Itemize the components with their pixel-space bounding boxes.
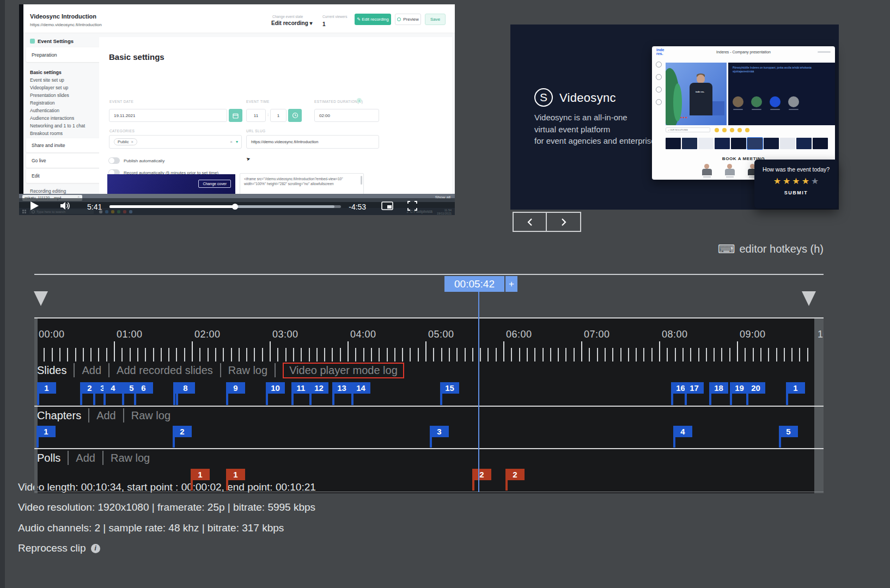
timeline-marker[interactable]: 15 — [440, 382, 459, 394]
add-marker-button[interactable]: + — [505, 276, 517, 292]
playhead-badge[interactable]: 00:05:42 + — [444, 276, 517, 292]
track-action-chapters[interactable]: Raw log — [131, 409, 170, 422]
pip-button[interactable] — [381, 201, 393, 212]
recording-video-player[interactable]: Videosync Introduction https://demo.vide… — [19, 4, 455, 215]
ruler-tick — [612, 348, 613, 362]
event-settings-section: Event Settings — [30, 38, 74, 44]
change-state-label: Change event state — [272, 15, 303, 19]
timeline-marker[interactable]: 1 — [191, 469, 210, 480]
timeline-marker[interactable]: 17 — [685, 382, 704, 394]
timeline-top-rule — [34, 274, 824, 275]
track-action-polls[interactable]: Raw log — [111, 452, 150, 464]
ruler-tick — [682, 348, 684, 362]
preview-button: Preview — [395, 14, 421, 25]
timeline-marker[interactable]: 10 — [266, 382, 285, 394]
ruler-tick — [168, 348, 169, 362]
ruler-tick — [729, 348, 730, 362]
track-header-chapters: Chapters AddRaw log — [37, 407, 170, 424]
volume-icon[interactable] — [60, 201, 71, 212]
ruler-tick — [379, 348, 380, 362]
kebab-menu-icon: ⋮ — [453, 15, 455, 17]
timeline-marker[interactable]: 14 — [351, 382, 370, 394]
track-action-slides[interactable]: Add — [82, 364, 101, 377]
ruler-tick — [309, 348, 310, 362]
next-slide-button[interactable] — [547, 212, 581, 232]
editor-hotkeys[interactable]: ⌨ editor hotkeys (h) — [718, 243, 824, 255]
url-slug-label: URL SLUG — [246, 129, 265, 133]
ruler-tick — [636, 348, 637, 362]
timeline-marker[interactable]: 1 — [226, 469, 245, 480]
track-action-slides[interactable]: Raw log — [228, 364, 267, 377]
ruler-tick — [130, 348, 131, 362]
timeline-marker[interactable]: 6 — [134, 382, 153, 394]
event-url: https://demo.videosync.fi/introduction — [30, 22, 102, 27]
seek-bar[interactable] — [109, 205, 341, 208]
emoji-icon — [745, 128, 749, 132]
event-cover-image: Change cover — [107, 174, 235, 195]
timeline-marker[interactable]: 2 — [173, 426, 192, 437]
timeline-marker[interactable]: 5 — [779, 426, 798, 437]
timeline-marker[interactable]: 1 — [786, 382, 805, 394]
ruler-tick — [223, 348, 224, 362]
play-button[interactable] — [30, 201, 39, 213]
timeline-marker[interactable]: 8 — [176, 382, 195, 394]
feedback-question: How was the event today? — [754, 166, 838, 173]
previous-slide-button[interactable] — [513, 212, 547, 232]
star-icon: ★ — [783, 177, 790, 186]
trim-end-handle[interactable] — [802, 291, 816, 306]
mini-date-text — [818, 51, 831, 53]
fullscreen-button[interactable] — [407, 201, 417, 213]
ruler-tick — [293, 348, 294, 362]
timeline-marker[interactable]: 1 — [36, 426, 56, 437]
track-action-polls[interactable]: Add — [76, 452, 95, 464]
reprocess-clip[interactable]: Reprocess clip i — [18, 542, 100, 554]
ruler-tick — [542, 348, 544, 362]
playhead-line[interactable] — [478, 292, 479, 492]
timeline-marker[interactable]: 1 — [37, 382, 56, 394]
event-date-field: 19.11.2021 — [109, 109, 227, 122]
progress-bar — [109, 205, 235, 208]
ruler-tick — [558, 348, 559, 362]
emoji-icon — [737, 128, 742, 132]
separator — [123, 408, 124, 422]
clock-icon — [288, 109, 302, 122]
ruler-label: 06:00 — [506, 329, 532, 340]
star-icon: ★ — [773, 177, 781, 186]
ruler-tick — [121, 348, 123, 362]
timeline-marker[interactable]: 4 — [673, 426, 692, 437]
timeline-marker[interactable]: 2 — [472, 469, 491, 480]
playhead-time[interactable]: 00:05:42 — [444, 276, 504, 292]
ruler-tick — [394, 348, 395, 362]
timeline-marker[interactable]: 3 — [430, 426, 449, 437]
timeline-marker[interactable]: 18 — [709, 382, 728, 394]
video-resolution-info: Video resolution: 1920x1080 | framerate:… — [18, 501, 315, 513]
track-action-slides[interactable]: Add recorded slides — [117, 364, 213, 377]
ruler-tick — [487, 348, 489, 362]
timeline-marker[interactable]: 2 — [505, 469, 525, 480]
timeline-marker[interactable]: 9 — [226, 382, 245, 394]
sidebar-link: Registration — [30, 99, 85, 107]
timeline-marker[interactable]: 11 — [291, 382, 310, 394]
slide-nav — [513, 212, 581, 232]
track-name-slides: Slides — [37, 364, 66, 377]
ruler-tick — [418, 348, 419, 362]
sidebar-link: Authentication — [30, 107, 85, 114]
track-action-slides[interactable]: Video player mode log — [283, 363, 404, 378]
timeline-marker[interactable]: 12 — [309, 382, 328, 394]
rail-icon — [656, 99, 662, 105]
event-time-label: EVENT TIME — [246, 100, 270, 103]
ruler-tick — [706, 348, 707, 362]
seek-knob[interactable] — [232, 204, 238, 210]
timeline-marker[interactable]: 13 — [332, 382, 351, 394]
categories-label: CATEGORIES — [109, 129, 135, 133]
trim-start-handle[interactable] — [34, 291, 48, 306]
ruler-tick — [465, 348, 466, 362]
publish-toggle-label: Publish automatically — [124, 158, 164, 163]
timeline-marker[interactable]: 4 — [103, 382, 123, 394]
video-controls-bar[interactable]: 5:41 -4:53 — [19, 198, 455, 215]
timeline-ruler[interactable]: 00:0001:0002:0003:0004:0005:0006:0007:00… — [34, 318, 824, 362]
track-action-chapters[interactable]: Add — [96, 409, 116, 422]
timeline-marker[interactable]: 20 — [746, 382, 765, 394]
timeline-track-area[interactable]: 00:0001:0002:0003:0004:0005:0006:0007:00… — [34, 317, 824, 493]
ruler-tick — [441, 348, 442, 362]
